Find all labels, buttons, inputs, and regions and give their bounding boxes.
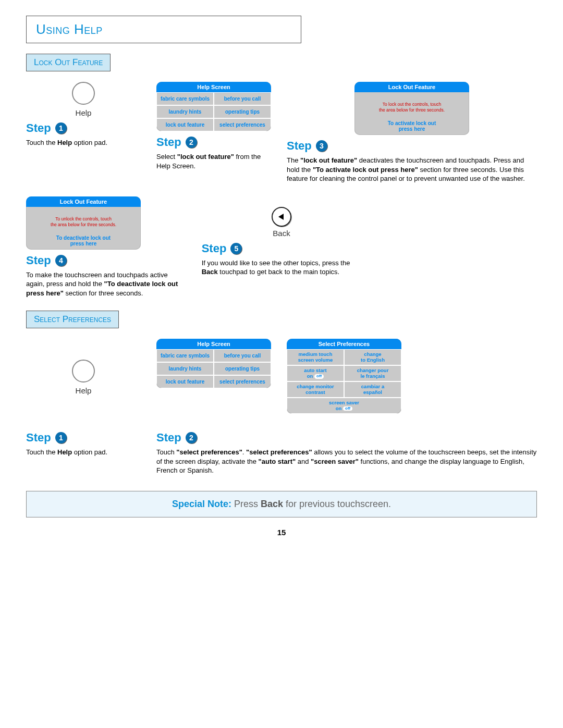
help-cell[interactable]: before you call [214,349,271,362]
help-cell[interactable]: before you call [214,92,271,105]
back-touchpad[interactable] [272,207,291,227]
step3-number: 3 [316,140,327,152]
step3-desc: The "lock out feature" deactivates the t… [287,156,537,183]
help-cell[interactable]: select preferences [214,375,271,388]
pref-step2-desc: Touch "select preferences". "select pref… [156,448,537,475]
lockout-deactivate-area[interactable]: To deactivate lock outpress here [26,233,141,250]
step4-label: Step 4 [26,254,186,267]
row-pref-top: Help Help Screen fabric care symbols bef… [26,339,537,414]
row-lockout-bottom: Lock Out Feature To unlock the controls,… [26,196,537,298]
pref-cell-screensaver[interactable]: screen saveron off [287,398,401,414]
lockout-activate-screen: Lock Out Feature To lock out the control… [354,82,469,135]
step4-col: Lock Out Feature To unlock the controls,… [26,196,186,298]
page-number: 15 [26,528,537,537]
help-cell[interactable]: lock out feature [156,375,214,388]
step5-label: Step 5 [202,242,362,255]
pref-step1-label-col: Step 1 Touch the Help option pad. [26,427,141,457]
step1-col: Help Step 1 Touch the Help option pad. [26,82,141,147]
step2-label: Step 2 [156,135,271,149]
note-lead: Special Note: [172,499,231,509]
help-pad-wrap: Help [26,82,141,117]
help-cell[interactable]: laundry hints [156,105,214,118]
step4-desc: To make the touchscreen and touchpads ac… [26,270,186,298]
pref-step2-label: Step 2 [156,431,537,445]
help-cell[interactable]: select preferences [214,118,271,131]
pref-step2-label-col: Step 2 Touch "select preferences". "sele… [156,427,537,475]
help-touchpad-2[interactable] [72,360,95,382]
help-screen-depiction-2: Help Screen fabric care symbols before y… [156,339,271,388]
special-note-box: Special Note: Press Back for previous to… [26,491,537,517]
section-tag-preferences: Select Preferences [26,311,119,328]
step1-desc: Touch the Help option pad. [26,138,141,147]
lockout-bar-2: Lock Out Feature [26,196,141,207]
back-arrow-icon [277,213,286,221]
back-label: Back [202,229,362,238]
back-wrap: Back [202,207,362,238]
pref-cell-english[interactable]: changeto English [344,349,401,365]
pref-step1-label: Step 1 [26,431,141,445]
section-tag-lockout: Lock Out Feature [26,54,111,71]
pref-screen-col: Select Preferences medium touchscreen vo… [287,339,401,414]
help-cell[interactable]: lock out feature [156,118,214,131]
lockout-bar: Lock Out Feature [354,82,469,92]
step1-label: Step 1 [26,121,141,135]
help-cell[interactable]: fabric care symbols [156,349,214,362]
step2-col: Help Screen fabric care symbols before y… [156,82,271,170]
pref-step1-col: Help [26,339,141,398]
step5-desc: If you would like to see the other topic… [202,258,362,277]
help-pad-label-2: Help [26,386,141,395]
lockout-msg-2: To unlock the controls, touch the area b… [26,207,141,233]
pref-step1-desc: Touch the Help option pad. [26,448,141,457]
step5-number: 5 [230,243,242,254]
step1-number: 1 [55,122,67,134]
lockout-deactivate-screen: Lock Out Feature To unlock the controls,… [26,196,141,250]
row-lockout-top: Help Step 1 Touch the Help option pad. H… [26,82,537,183]
step4-number: 4 [55,255,67,266]
pref-cell-contrast[interactable]: change monitorcontrast [287,381,344,398]
help-cell[interactable]: operating tips [214,362,271,375]
pref-help-screen-col: Help Screen fabric care symbols before y… [156,339,271,388]
step3-label: Step 3 [287,139,537,153]
step2-desc: Select "lock out feature" from the Help … [156,152,271,170]
help-cell[interactable]: laundry hints [156,362,214,375]
step3-col: Lock Out Feature To lock out the control… [287,82,537,183]
lockout-activate-area[interactable]: To activate lock outpress here [354,118,469,135]
help-screen-depiction: Help Screen fabric care symbols before y… [156,82,271,131]
help-pad-wrap-2: Help [26,360,141,395]
step2-number: 2 [186,137,197,148]
help-cell[interactable]: fabric care symbols [156,92,214,105]
step5-col: Back Step 5 If you would like to see the… [202,196,362,277]
help-cell[interactable]: operating tips [214,105,271,118]
lockout-msg: To lock out the controls, touch the area… [354,92,469,118]
help-screen-bar: Help Screen [156,82,271,92]
select-preferences-screen: Select Preferences medium touchscreen vo… [287,339,401,414]
pref-cell-french[interactable]: changer pourle français [344,365,401,381]
help-touchpad[interactable] [72,82,95,105]
pref-cell-autostart[interactable]: auto starton off [287,365,344,381]
help-pad-label: Help [26,108,141,117]
page-title-box: Using Help [26,16,301,43]
pref-cell-volume[interactable]: medium touchscreen volume [287,349,344,365]
svg-marker-0 [278,214,284,220]
pref-cell-spanish[interactable]: cambiar aespañol [344,381,401,398]
page-title: Using Help [36,21,291,38]
row-pref-steps: Step 1 Touch the Help option pad. Step 2… [26,427,537,475]
